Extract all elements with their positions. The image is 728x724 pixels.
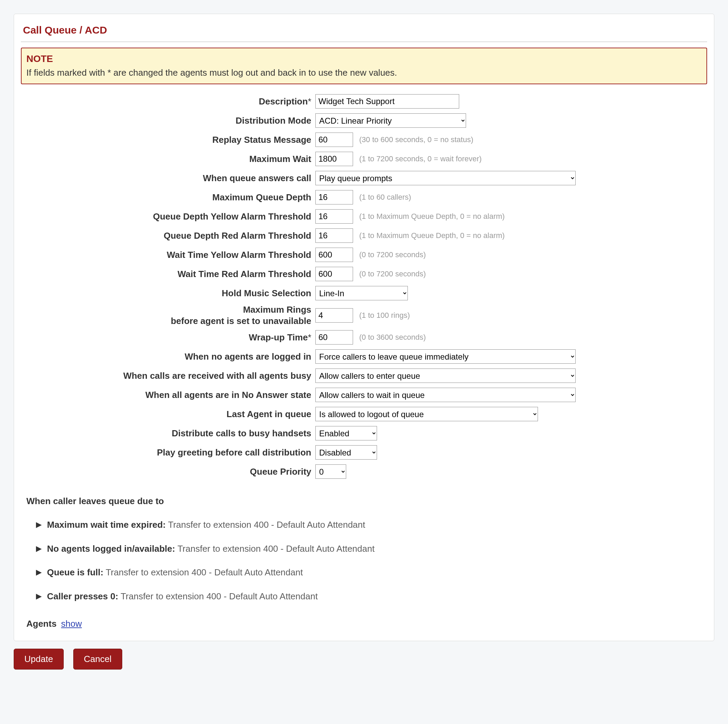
wait-red-label: Wait Time Red Alarm Threshold	[24, 268, 315, 280]
wrap-up-label: Wrap-up Time	[249, 332, 307, 343]
replay-status-input[interactable]	[315, 133, 353, 147]
max-wait-input[interactable]	[315, 152, 353, 166]
all-no-answer-select[interactable]: Allow callers to wait in queue	[315, 388, 576, 402]
leave-item-no-agents[interactable]: ▶ No agents logged in/available: Transfe…	[26, 540, 704, 557]
leave-item-value: Transfer to extension 400 - Default Auto…	[177, 543, 375, 554]
button-row: Update Cancel	[14, 649, 714, 670]
leave-item-label: Maximum wait time expired:	[47, 520, 166, 530]
agents-show-link[interactable]: show	[61, 618, 82, 629]
leave-item-value: Transfer to extension 400 - Default Auto…	[106, 567, 303, 577]
triangle-right-icon: ▶	[36, 589, 42, 603]
max-wait-label: Maximum Wait	[24, 153, 315, 165]
hold-music-select[interactable]: Line-In	[315, 286, 408, 300]
depth-yellow-label: Queue Depth Yellow Alarm Threshold	[24, 211, 315, 222]
leave-item-label: Caller presses 0:	[47, 591, 118, 602]
leave-item-value: Transfer to extension 400 - Default Auto…	[121, 591, 318, 602]
leave-item-value: Transfer to extension 400 - Default Auto…	[168, 520, 366, 530]
leave-item-queue-full[interactable]: ▶ Queue is full: Transfer to extension 4…	[26, 564, 704, 581]
play-greeting-label: Play greeting before call distribution	[24, 447, 315, 458]
no-agents-select[interactable]: Force callers to leave queue immediately	[315, 349, 576, 364]
form-area: Description* Distribution Mode ACD: Line…	[21, 84, 707, 480]
last-agent-select[interactable]: Is allowed to logout of queue	[315, 407, 538, 421]
replay-status-label: Replay Status Message	[24, 134, 315, 145]
triangle-right-icon: ▶	[36, 517, 42, 532]
depth-yellow-input[interactable]	[315, 209, 353, 223]
queue-priority-select[interactable]: 0	[315, 464, 346, 479]
depth-red-input[interactable]	[315, 228, 353, 243]
max-rings-label: Maximum Rings before agent is set to una…	[24, 304, 315, 326]
cancel-button[interactable]: Cancel	[73, 649, 122, 670]
wrap-up-input[interactable]	[315, 330, 353, 344]
dist-busy-label: Distribute calls to busy handsets	[24, 428, 315, 439]
leave-item-label: No agents logged in/available:	[47, 543, 175, 554]
wait-yellow-hint: (0 to 7200 seconds)	[359, 250, 426, 259]
hold-music-label: Hold Music Selection	[24, 288, 315, 299]
queue-priority-label: Queue Priority	[24, 466, 315, 478]
max-rings-hint: (1 to 100 rings)	[359, 311, 410, 320]
last-agent-label: Last Agent in queue	[24, 409, 315, 420]
wait-red-hint: (0 to 7200 seconds)	[359, 269, 426, 279]
update-button[interactable]: Update	[14, 649, 64, 670]
dist-mode-label: Distribution Mode	[24, 115, 315, 126]
all-no-answer-label: When all agents are in No Answer state	[24, 389, 315, 401]
description-label: Description	[259, 96, 308, 107]
panel-title: Call Queue / ACD	[21, 21, 707, 42]
wait-yellow-input[interactable]	[315, 248, 353, 262]
max-wait-hint: (1 to 7200 seconds, 0 = wait forever)	[359, 155, 482, 163]
star-icon: *	[308, 96, 311, 107]
dist-busy-select[interactable]: Enabled	[315, 426, 377, 441]
max-depth-input[interactable]	[315, 190, 353, 204]
no-agents-label: When no agents are logged in	[24, 351, 315, 362]
wrap-up-hint: (0 to 3600 seconds)	[359, 333, 426, 342]
triangle-right-icon: ▶	[36, 565, 42, 580]
note-box: NOTE If fields marked with * are changed…	[21, 47, 707, 84]
call-queue-panel: Call Queue / ACD NOTE If fields marked w…	[14, 14, 714, 641]
max-rings-input[interactable]	[315, 308, 353, 323]
all-busy-label: When calls are received with all agents …	[24, 370, 315, 381]
replay-status-hint: (30 to 600 seconds, 0 = no status)	[359, 135, 473, 144]
note-title: NOTE	[26, 52, 702, 66]
leave-item-label: Queue is full:	[47, 567, 103, 577]
star-icon: *	[308, 332, 311, 343]
agents-label: Agents	[26, 618, 57, 629]
description-input[interactable]	[315, 94, 459, 109]
depth-red-label: Queue Depth Red Alarm Threshold	[24, 230, 315, 242]
max-depth-label: Maximum Queue Depth	[24, 192, 315, 203]
note-text: If fields marked with * are changed the …	[26, 66, 702, 80]
leave-heading: When caller leaves queue due to	[26, 493, 704, 510]
depth-red-hint: (1 to Maximum Queue Depth, 0 = no alarm)	[359, 231, 505, 240]
depth-yellow-hint: (1 to Maximum Queue Depth, 0 = no alarm)	[359, 212, 505, 221]
dist-mode-select[interactable]: ACD: Linear Priority	[315, 113, 466, 128]
agents-row: Agents show	[21, 615, 707, 634]
wait-red-input[interactable]	[315, 267, 353, 281]
triangle-right-icon: ▶	[36, 542, 42, 556]
leave-item-max-wait[interactable]: ▶ Maximum wait time expired: Transfer to…	[26, 516, 704, 533]
max-depth-hint: (1 to 60 callers)	[359, 193, 411, 202]
queue-answers-label: When queue answers call	[24, 173, 315, 184]
all-busy-select[interactable]: Allow callers to enter queue	[315, 369, 576, 383]
play-greeting-select[interactable]: Disabled	[315, 445, 377, 459]
queue-answers-select[interactable]: Play queue prompts	[315, 171, 576, 185]
wait-yellow-label: Wait Time Yellow Alarm Threshold	[24, 249, 315, 261]
leave-section: When caller leaves queue due to ▶ Maximu…	[21, 482, 707, 615]
leave-item-press-0[interactable]: ▶ Caller presses 0: Transfer to extensio…	[26, 588, 704, 605]
